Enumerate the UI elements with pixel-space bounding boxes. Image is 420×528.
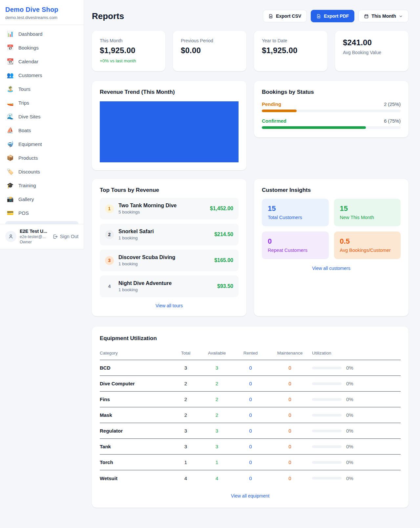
diving-mask-icon: 🤿 bbox=[7, 141, 14, 147]
utilization-percent: 0% bbox=[346, 459, 353, 465]
credit-card-icon: 💳 bbox=[7, 210, 14, 216]
table-row: Mask 2 2 0 0 0% bbox=[100, 407, 401, 423]
equipment-category: Dive Computer bbox=[100, 381, 171, 386]
stat-card-year-to-date: Year to Date $1,925.00 bbox=[254, 31, 327, 71]
calendar-icon bbox=[364, 14, 369, 19]
sidebar-item-training[interactable]: 🎓 Training bbox=[3, 180, 81, 191]
tour-list-item[interactable]: 1 Two Tank Morning Dive 5 bookings $1,45… bbox=[100, 198, 239, 219]
utilization-percent: 0% bbox=[346, 381, 353, 386]
equipment-available: 1 bbox=[200, 459, 233, 465]
stat-value: $1,925.00 bbox=[100, 46, 158, 55]
equipment-maintenance: 0 bbox=[268, 396, 312, 402]
rank-badge: 2 bbox=[105, 230, 114, 239]
logout-icon bbox=[52, 234, 58, 239]
sidebar-active-item-partial[interactable] bbox=[5, 221, 78, 224]
tile-label: Repeat Customers bbox=[268, 248, 323, 253]
sidebar-item-label: Boats bbox=[18, 128, 31, 133]
sign-out-label: Sign Out bbox=[60, 234, 78, 239]
file-download-icon bbox=[268, 14, 273, 19]
shop-name: Demo Dive Shop bbox=[5, 6, 78, 13]
stat-label: Previous Period bbox=[181, 38, 239, 43]
equipment-category: Mask bbox=[100, 412, 171, 418]
utilization-bar bbox=[312, 477, 342, 479]
utilization-percent: 0% bbox=[346, 396, 353, 402]
status-count: 2 (25%) bbox=[384, 102, 401, 107]
export-pdf-button[interactable]: Export PDF bbox=[311, 10, 354, 22]
tour-bookings: 1 booking bbox=[118, 287, 213, 292]
sidebar-item-trips[interactable]: 🚤 Trips bbox=[3, 97, 81, 109]
status-label: Pending bbox=[262, 101, 281, 107]
bookings-calendar-icon: 📅 bbox=[7, 45, 14, 51]
status-label: Confirmed bbox=[262, 118, 286, 124]
sidebar-item-equipment[interactable]: 🤿 Equipment bbox=[3, 138, 81, 150]
shop-domain: demo.test.divestreams.com bbox=[5, 15, 78, 20]
period-dropdown[interactable]: This Month bbox=[358, 10, 409, 22]
utilization-percent: 0% bbox=[346, 476, 353, 481]
user-name: E2E Test U... bbox=[20, 229, 49, 234]
tile-label: New This Month bbox=[340, 215, 395, 220]
main-content: Reports Export CSV Export PDF bbox=[84, 0, 420, 518]
equipment-rented: 0 bbox=[233, 444, 268, 449]
sidebar-item-boats[interactable]: ⛵ Boats bbox=[3, 125, 81, 136]
equipment-rented: 0 bbox=[233, 412, 268, 418]
equipment-total: 3 bbox=[171, 365, 200, 371]
equipment-rented: 0 bbox=[233, 396, 268, 402]
sidebar-item-calendar[interactable]: 📆 Calendar bbox=[3, 56, 81, 67]
sidebar-item-pos[interactable]: 💳 POS bbox=[3, 207, 81, 219]
utilization-bar bbox=[312, 445, 342, 448]
sidebar-item-label: Trips bbox=[18, 100, 29, 106]
sidebar-item-bookings[interactable]: 📅 Bookings bbox=[3, 42, 81, 53]
export-csv-label: Export CSV bbox=[276, 13, 301, 19]
sidebar-item-discounts[interactable]: 🏷️ Discounts bbox=[3, 166, 81, 177]
view-all-customers-link[interactable]: View all customers bbox=[262, 266, 401, 271]
rank-badge: 1 bbox=[105, 204, 114, 213]
table-row: Regulator 3 3 0 0 0% bbox=[100, 423, 401, 439]
stat-card-this-month: This Month $1,925.00 +0% vs last month bbox=[92, 31, 165, 71]
sidebar-item-label: Customers bbox=[18, 72, 42, 78]
equipment-total: 1 bbox=[171, 459, 200, 465]
customers-icon: 👥 bbox=[7, 72, 14, 78]
tour-list-item[interactable]: 4 Night Dive Adventure 1 booking $93.50 bbox=[100, 275, 239, 297]
rank-badge: 3 bbox=[105, 256, 114, 265]
export-csv-button[interactable]: Export CSV bbox=[263, 10, 307, 22]
view-all-equipment-link[interactable]: View all equipment bbox=[100, 493, 401, 498]
sidebar-item-dive-sites[interactable]: 🌊 Dive Sites bbox=[3, 111, 81, 122]
stat-value: $241.00 bbox=[343, 38, 401, 47]
sidebar-item-label: Products bbox=[18, 155, 38, 161]
sidebar-item-label: POS bbox=[18, 210, 29, 216]
utilization-bar bbox=[312, 382, 342, 385]
equipment-table: Category Total Available Rented Maintena… bbox=[100, 346, 401, 486]
sign-out-button[interactable]: Sign Out bbox=[52, 234, 78, 239]
equipment-total: 2 bbox=[171, 412, 200, 418]
utilization-bar bbox=[312, 367, 342, 369]
sidebar: Demo Dive Shop demo.test.divestreams.com… bbox=[0, 0, 84, 249]
stat-card-previous-period: Previous Period $0.00 bbox=[173, 31, 246, 71]
equipment-maintenance: 0 bbox=[268, 444, 312, 449]
sidebar-item-label: Gallery bbox=[18, 196, 34, 202]
tour-list-item[interactable]: 2 Snorkel Safari 1 booking $214.50 bbox=[100, 224, 239, 245]
tile-value: 15 bbox=[268, 204, 323, 213]
tile-label: Avg Bookings/Customer bbox=[340, 248, 395, 253]
status-item-confirmed: Confirmed 6 (75%) bbox=[262, 118, 401, 129]
equipment-available: 3 bbox=[200, 444, 233, 449]
stat-label: Year to Date bbox=[262, 38, 320, 43]
calendar-icon: 📆 bbox=[7, 59, 14, 64]
sidebar-item-label: Dashboard bbox=[18, 31, 42, 37]
dashboard-icon: 📊 bbox=[7, 31, 14, 37]
column-header: Utilization bbox=[312, 351, 401, 355]
sidebar-item-dashboard[interactable]: 📊 Dashboard bbox=[3, 28, 81, 40]
sidebar-item-tours[interactable]: 🏝️ Tours bbox=[3, 83, 81, 95]
insights-row: Top Tours by Revenue 1 Two Tank Morning … bbox=[92, 179, 409, 316]
sidebar-item-customers[interactable]: 👥 Customers bbox=[3, 70, 81, 81]
sidebar-item-products[interactable]: 📦 Products bbox=[3, 152, 81, 164]
sidebar-item-label: Bookings bbox=[18, 45, 39, 51]
package-icon: 📦 bbox=[7, 155, 14, 161]
status-item-pending: Pending 2 (25%) bbox=[262, 101, 401, 112]
progress-fill bbox=[262, 126, 366, 129]
stat-label: Avg Booking Value bbox=[343, 50, 401, 55]
rank-badge: 4 bbox=[105, 282, 114, 291]
graduation-cap-icon: 🎓 bbox=[7, 183, 14, 188]
tour-list-item[interactable]: 3 Discover Scuba Diving 1 booking $165.0… bbox=[100, 250, 239, 271]
view-all-tours-link[interactable]: View all tours bbox=[100, 303, 239, 308]
sidebar-item-gallery[interactable]: 📸 Gallery bbox=[3, 193, 81, 205]
